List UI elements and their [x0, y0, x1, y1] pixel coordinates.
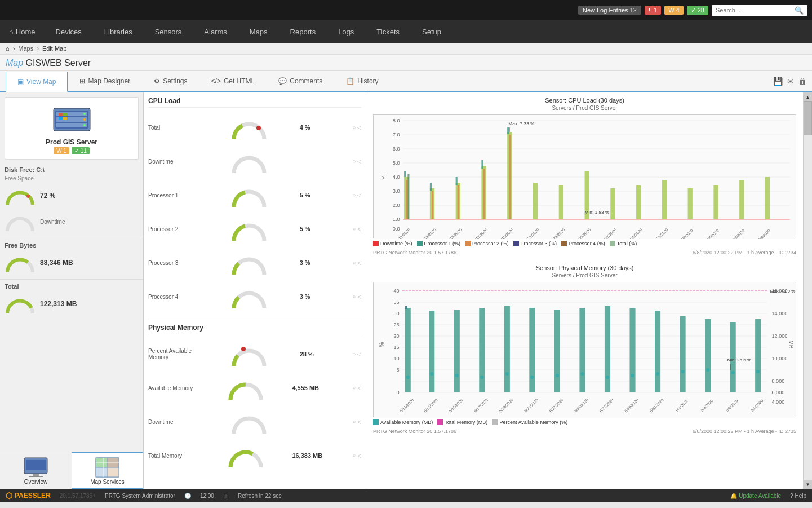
main-nav: ⌂ Home Devices Libraries Sensors Alarms … [0, 20, 812, 43]
memory-chart-meta2: 6/8/2020 12:00:22 PM - 1 h Average - ID … [693, 429, 796, 434]
legend-total-dot [610, 241, 615, 246]
mem-downtime-gauge [229, 407, 269, 437]
svg-point-139 [455, 374, 459, 377]
mem-percent-value: 28 % [300, 351, 322, 357]
nav-alarms[interactable]: Alarms [193, 20, 238, 43]
nav-home[interactable]: ⌂ Home [0, 20, 45, 43]
memory-chart-subtitle: Servers / Prod GIS Server [373, 272, 796, 279]
svg-rect-69 [662, 180, 667, 219]
save-icon[interactable]: 💾 [773, 77, 783, 86]
yellow-badge[interactable]: W 4 [664, 6, 684, 15]
time-display: 12:00 [200, 493, 214, 499]
svg-point-142 [530, 376, 534, 379]
tab-map-designer[interactable]: ⊞Map Designer [68, 71, 142, 91]
breadcrumb-sep2: › [37, 45, 39, 52]
svg-rect-129 [579, 308, 585, 392]
cpu-proc1-controls: ○ ◁ [353, 192, 361, 198]
tab-settings[interactable]: ⚙Settings [142, 71, 199, 91]
cpu-load-group: CPU Load Total 4 % ○ ◁ Downtime [148, 97, 361, 312]
legend-avail-mb: Available Memory (MB) [373, 419, 433, 425]
cpu-downtime-row: Downtime ○ ◁ [148, 146, 361, 176]
log-entries-badge[interactable]: New Log Entries 12 [578, 6, 641, 15]
svg-point-12 [26, 195, 30, 198]
cpu-proc3-controls: ○ ◁ [353, 260, 361, 266]
thumb-map-services[interactable]: Map Services [72, 452, 143, 489]
svg-rect-10 [59, 117, 63, 120]
tab-comments[interactable]: 💬Comments [267, 71, 334, 91]
svg-point-6 [83, 118, 86, 121]
tab-bar: ▣View Map ⊞Map Designer ⚙Settings </>Get… [0, 71, 812, 92]
email-icon[interactable]: ✉ [787, 77, 794, 86]
legend-proc3: Processor 3 (%) [513, 241, 557, 246]
legend-proc1: Processor 1 (%) [417, 241, 461, 246]
right-scrollbar[interactable]: ▲ ▼ [803, 92, 812, 489]
delete-icon[interactable]: 🗑 [798, 77, 806, 86]
total-label: Total [5, 283, 139, 290]
svg-text:Min: 25.6 %: Min: 25.6 % [727, 357, 752, 363]
tab-view-map[interactable]: ▣View Map [6, 72, 68, 92]
cpu-chart-area: 8.0 7.0 6.0 5.0 4.0 3.0 2.0 1.0 0.0 % [373, 114, 796, 238]
svg-point-25 [241, 347, 246, 351]
scroll-down-btn[interactable]: ▼ [804, 480, 812, 489]
tab-history[interactable]: 📋History [334, 71, 390, 91]
breadcrumb-maps[interactable]: Maps [18, 45, 33, 52]
free-bytes-gauge [5, 251, 36, 275]
red-badge[interactable]: !! 1 [645, 6, 661, 15]
device-card: Prod GIS Server W 1 ✓ 11 [5, 97, 139, 160]
search-icon[interactable]: 🔍 [795, 6, 804, 15]
nav-maps[interactable]: Maps [238, 20, 279, 43]
svg-rect-125 [479, 308, 485, 392]
nav-setup[interactable]: Setup [411, 20, 452, 43]
total-value: 122,313 MB [40, 300, 77, 308]
legend-proc1-dot [417, 241, 423, 246]
cpu-proc2-row: Processor 2 5 % ○ ◁ [148, 214, 361, 244]
svg-text:2.0: 2.0 [393, 202, 400, 208]
svg-text:12,000: 12,000 [771, 333, 787, 339]
total-section: Total 122,313 MB [0, 279, 143, 320]
help-link[interactable]: ? Help [790, 493, 806, 499]
home-breadcrumb-icon[interactable]: ⌂ [6, 45, 10, 52]
mem-percent-label: Percent Available Memory [148, 348, 199, 360]
cpu-load-title: CPU Load [148, 97, 361, 108]
nav-reports[interactable]: Reports [279, 20, 327, 43]
memory-chart-title: Sensor: Physical Memory (30 days) [373, 264, 796, 271]
thumb-overview[interactable]: Overview [0, 452, 72, 489]
svg-rect-65 [559, 185, 563, 219]
svg-text:6.0: 6.0 [393, 146, 400, 152]
svg-point-144 [580, 372, 584, 376]
update-available[interactable]: 🔔 Update Available [730, 493, 781, 499]
svg-point-138 [430, 372, 433, 376]
page-title: GISWEB Server [26, 58, 91, 68]
mem-total-row: Total Memory 16,383 MB ○ ◁ [148, 440, 361, 471]
tab-get-html[interactable]: </>Get HTML [199, 71, 267, 91]
search-input[interactable] [716, 7, 795, 14]
scroll-thumb[interactable] [804, 101, 812, 135]
nav-devices[interactable]: Devices [45, 20, 93, 43]
scroll-up-btn[interactable]: ▲ [804, 92, 812, 101]
cpu-proc3-gauge [229, 248, 269, 278]
legend-downtime-dot [373, 241, 379, 246]
nav-sensors[interactable]: Sensors [144, 20, 193, 43]
svg-point-141 [505, 372, 509, 376]
svg-rect-67 [610, 188, 615, 219]
green-badge[interactable]: ✓ 28 [687, 6, 708, 15]
search-box[interactable]: 🔍 [712, 5, 807, 16]
cpu-chart-meta: PRTG Network Monitor 20.1.57.1786 [373, 250, 456, 255]
legend-proc3-dot [513, 241, 519, 246]
svg-text:4,000: 4,000 [771, 399, 784, 405]
cpu-downtime-controls: ○ ◁ [353, 158, 361, 164]
nav-libraries[interactable]: Libraries [93, 20, 144, 43]
cpu-proc2-gauge [229, 214, 269, 244]
mem-avail-label: Available Memory [148, 385, 199, 391]
svg-text:0: 0 [396, 390, 399, 395]
scroll-track[interactable] [804, 101, 812, 480]
mem-avail-row: Available Memory 4,555 MB ○ ◁ [148, 373, 361, 403]
nav-logs[interactable]: Logs [327, 20, 365, 43]
mem-downtime-label: Downtime [148, 419, 199, 425]
svg-rect-72 [739, 180, 744, 219]
svg-rect-14 [26, 460, 46, 470]
free-bytes-section: Free Bytes 88,346 MB [0, 238, 143, 279]
nav-tickets[interactable]: Tickets [365, 20, 411, 43]
svg-rect-134 [705, 319, 711, 392]
cpu-proc1-row: Processor 1 5 % ○ ◁ [148, 180, 361, 210]
